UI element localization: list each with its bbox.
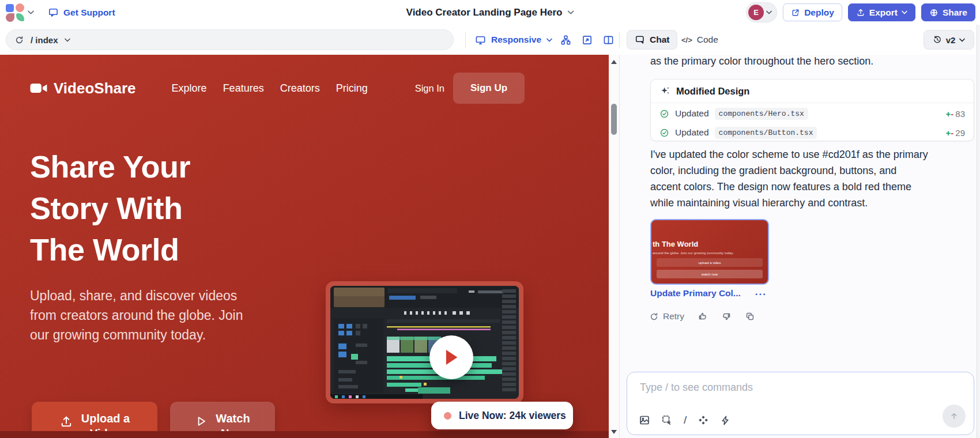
- export-label: Export: [869, 7, 898, 18]
- thumbnail-label-row: Update Primary Col... ...: [650, 288, 767, 299]
- deploy-button[interactable]: Deploy: [783, 3, 842, 21]
- sign-up-button[interactable]: Sign Up: [453, 73, 525, 104]
- toolbar-divider: [619, 32, 620, 48]
- sign-in-link[interactable]: Sign In: [415, 83, 444, 94]
- tab-code[interactable]: </> Code: [681, 30, 718, 50]
- get-support-label: Get Support: [63, 7, 115, 18]
- modified-design-header: Modified Design: [651, 80, 974, 103]
- check-circle-icon: [659, 128, 669, 138]
- tab-chat[interactable]: Chat: [627, 30, 677, 50]
- share-button[interactable]: Share: [921, 3, 975, 21]
- thumbs-down-button[interactable]: [721, 311, 732, 322]
- path-label: / index: [31, 35, 58, 45]
- check-circle-icon: [659, 109, 669, 119]
- select-cursor-icon: [661, 414, 673, 426]
- attach-image-button[interactable]: [639, 414, 650, 426]
- account-menu[interactable]: E: [746, 2, 777, 22]
- send-button[interactable]: [943, 405, 966, 428]
- diamonds-icon: [698, 414, 709, 426]
- file-path-chip: components/Button.tsx: [715, 127, 817, 139]
- nav-link-features[interactable]: Features: [223, 82, 264, 95]
- thumbnail-subtext: around the globe. Join our growing commu…: [653, 251, 768, 255]
- scroll-up-arrow-icon[interactable]: [611, 60, 617, 64]
- external-link-icon: [791, 8, 800, 17]
- top-bar: Get Support Video Creator Landing Page H…: [0, 0, 980, 25]
- workspace-chevron-icon[interactable]: [28, 10, 34, 14]
- chat-input-placeholder: Type / to see commands: [640, 382, 753, 394]
- thumbs-up-button[interactable]: [698, 311, 708, 322]
- monitor-icon: [475, 35, 486, 46]
- path-chevron-icon: [65, 38, 70, 42]
- diff-counts: +-83: [946, 109, 965, 119]
- version-link[interactable]: Update Primary Col...: [650, 288, 741, 299]
- scroll-down-arrow-icon[interactable]: [611, 430, 617, 434]
- copy-button[interactable]: [745, 311, 755, 322]
- device-selector[interactable]: Responsive: [475, 31, 552, 48]
- select-element-button[interactable]: [661, 414, 673, 426]
- scrollbar-thumb[interactable]: [611, 104, 617, 135]
- get-support-button[interactable]: Get Support: [48, 7, 115, 18]
- modified-design-card: Modified Design Updated components/Hero.…: [650, 79, 974, 141]
- copy-icon: [745, 311, 755, 322]
- image-icon: [639, 414, 650, 426]
- diff-counts: +-29: [946, 128, 965, 138]
- video-editor-image: [330, 286, 519, 399]
- top-bar-actions: E Deploy Export: [746, 3, 975, 22]
- chat-tab-icon: [635, 35, 645, 45]
- refresh-button[interactable]: [14, 35, 24, 45]
- nav-link-explore[interactable]: Explore: [172, 82, 207, 95]
- thumbnail-button: watch now: [657, 270, 763, 278]
- component-map-icon: [560, 35, 571, 46]
- app-window: Get Support Video Creator Landing Page H…: [0, 0, 980, 438]
- play-button[interactable]: [429, 335, 473, 379]
- chat-tab-label: Chat: [650, 35, 669, 45]
- version-thumbnail[interactable]: th The World around the globe. Join our …: [650, 219, 769, 285]
- split-view-button[interactable]: [600, 31, 617, 48]
- url-bar[interactable]: / index: [6, 29, 454, 50]
- deploy-label: Deploy: [804, 7, 834, 18]
- arrow-up-icon: [949, 411, 959, 421]
- lightning-icon: [720, 415, 731, 426]
- slash-command-button[interactable]: /: [684, 414, 687, 426]
- preview-scrollbar[interactable]: [609, 55, 619, 438]
- thumbnail-heading: th The World: [653, 240, 768, 248]
- nav-link-pricing[interactable]: Pricing: [336, 82, 368, 95]
- account-chevron-icon: [766, 10, 772, 14]
- open-in-new-window-button[interactable]: [578, 31, 595, 48]
- partial-message: as the primary color throughout the hero…: [650, 55, 873, 67]
- device-label: Responsive: [491, 35, 541, 45]
- version-selector[interactable]: v2: [924, 30, 974, 50]
- videoshare-logo[interactable]: VideoShare: [30, 80, 136, 97]
- app-logo-icon[interactable]: [6, 3, 24, 22]
- device-chevron-icon: [546, 38, 552, 42]
- hero-subtext: Upload, share, and discover videos from …: [30, 286, 243, 345]
- file-row: Updated components/Hero.tsx +-83: [651, 105, 974, 122]
- export-chevron-icon: [902, 10, 907, 14]
- sparkle-icon: [659, 86, 670, 96]
- integrations-button[interactable]: [698, 414, 709, 426]
- project-title-menu[interactable]: Video Creator Landing Page Hero: [406, 7, 574, 18]
- export-button[interactable]: Export: [848, 3, 915, 21]
- thumbnail-button: upload a video: [657, 258, 763, 267]
- thumbnail-menu-button[interactable]: ...: [755, 286, 767, 298]
- window-scrollbar-track[interactable]: [977, 25, 980, 438]
- version-label: v2: [946, 35, 956, 45]
- chat-input[interactable]: Type / to see commands /: [627, 372, 974, 435]
- component-map-button[interactable]: [557, 31, 574, 48]
- chat-bubble-icon: [48, 7, 59, 18]
- live-now-badge: Live Now: 24k viewers: [431, 402, 573, 429]
- upload-icon: [59, 415, 73, 429]
- arrow-up-right-icon: [582, 35, 593, 46]
- section-divider: [0, 431, 609, 438]
- quick-actions-button[interactable]: [720, 415, 731, 426]
- upload-icon: [856, 8, 865, 17]
- file-row: Updated components/Button.tsx +-29: [651, 124, 974, 141]
- live-badge-label: Live Now: 24k viewers: [459, 410, 566, 422]
- nav-link-creators[interactable]: Creators: [280, 82, 320, 95]
- preview-panel: VideoShare Explore Features Creators Pri…: [0, 55, 609, 438]
- file-path-chip: components/Hero.tsx: [715, 108, 808, 120]
- assistant-message: I've updated the color scheme to use #cd…: [650, 146, 928, 211]
- retry-button[interactable]: Retry: [649, 311, 684, 322]
- code-tab-label: Code: [697, 35, 718, 45]
- thumbs-down-icon: [721, 311, 732, 322]
